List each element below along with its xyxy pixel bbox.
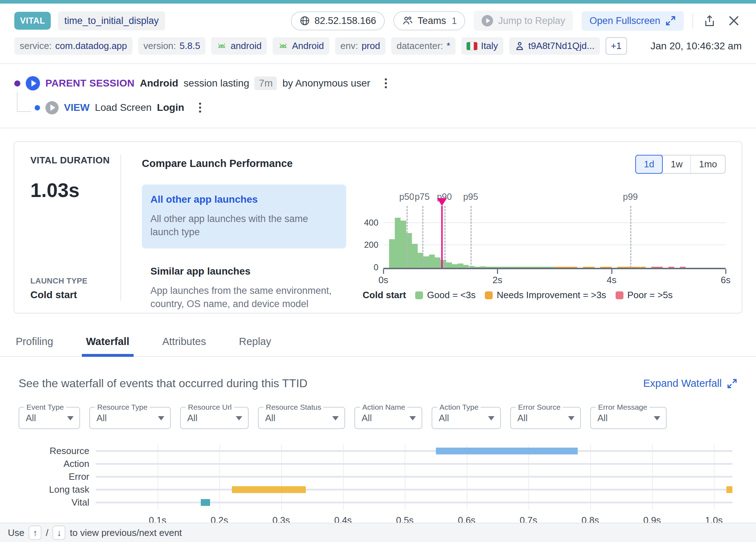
filter-resource-url[interactable]: Resource UrlAll <box>180 403 249 429</box>
tag-pill-android[interactable]: android <box>211 37 267 55</box>
waterfall-bar-vital[interactable] <box>201 499 210 506</box>
waterfall-row-label-long-task: Long task <box>19 484 89 495</box>
histogram-bar <box>423 256 429 268</box>
filter-resource-type[interactable]: Resource TypeAll <box>89 403 171 429</box>
histogram-bar <box>623 267 629 268</box>
event-timestamp: Jan 20, 10:46:32 am <box>651 40 742 52</box>
histogram-bar <box>486 267 492 268</box>
view-kebab-menu[interactable] <box>196 100 204 115</box>
range-button-1d[interactable]: 1d <box>635 155 663 174</box>
waterfall-bar-resource[interactable] <box>436 448 578 454</box>
waterfall-heading: See the waterfall of events that occurre… <box>19 377 308 390</box>
tag-pill-com-datadog-app[interactable]: service:com.datadog.app <box>14 37 133 55</box>
histogram-bar <box>452 264 458 268</box>
tag-pill-italy[interactable]: Italy <box>461 37 503 55</box>
filter-label: Resource Status <box>264 403 323 412</box>
histogram-bar <box>549 267 554 268</box>
tag-pill-prod[interactable]: env:prod <box>335 37 386 55</box>
parent-session-badge[interactable]: PARENT SESSION <box>45 78 135 89</box>
tag-key: service: <box>20 40 52 51</box>
globe-icon <box>299 15 310 26</box>
filter-resource-status[interactable]: Resource StatusAll <box>258 403 345 429</box>
waterfall-row-track <box>96 476 732 478</box>
histogram-bar <box>606 267 612 268</box>
tab-replay[interactable]: Replay <box>238 330 273 356</box>
option-all-other-app-launches[interactable]: All other app launches All other app lau… <box>142 184 346 248</box>
keyboard-hint-footer: Use ↑ / ↓ to view previous/next event <box>0 523 756 542</box>
legend-swatch <box>485 291 493 299</box>
tab-attributes[interactable]: Attributes <box>161 330 208 356</box>
waterfall-bar-long-task[interactable] <box>726 486 732 493</box>
histogram-bar <box>617 267 623 268</box>
more-tags-button[interactable]: +1 <box>606 37 627 55</box>
session-play-icon[interactable] <box>26 76 40 90</box>
histogram-bar <box>389 239 395 268</box>
tag-pill-[interactable]: datacenter:* <box>391 37 456 55</box>
legend-label: Good = <3s <box>427 290 476 301</box>
session-os: Android <box>140 78 178 89</box>
filter-event-type[interactable]: Event TypeAll <box>19 403 80 429</box>
range-button-1mo[interactable]: 1mo <box>690 156 725 173</box>
legend-item-good: Good = <3s <box>415 290 476 301</box>
filter-error-source[interactable]: Error SourceAll <box>510 403 581 429</box>
tag-value: Android <box>292 40 324 51</box>
tab-profiling[interactable]: Profiling <box>14 330 55 356</box>
expand-waterfall-button[interactable]: Expand Waterfall <box>643 378 737 389</box>
chevron-down-icon <box>67 416 74 420</box>
waterfall-row-label-resource: Resource <box>19 445 89 457</box>
parent-session-row[interactable]: PARENT SESSION Android session lasting 7… <box>14 75 742 91</box>
launch-type-label: LAUNCH TYPE <box>30 276 120 286</box>
chevron-down-icon <box>654 416 660 420</box>
tags-list: service:com.datadog.appversion:5.8.5andr… <box>14 37 600 55</box>
tag-key: env: <box>340 40 358 51</box>
filter-selected-value: All <box>265 413 275 424</box>
jump-to-replay-label: Jump to Replay <box>498 15 565 26</box>
tag-pill-android[interactable]: Android <box>273 37 329 55</box>
filter-label: Event Type <box>24 403 66 412</box>
option-similar-app-launches[interactable]: Similar app launches App launches from t… <box>142 266 346 311</box>
range-button-1w[interactable]: 1w <box>662 156 690 173</box>
tag-key: version: <box>144 40 176 51</box>
teams-button[interactable]: Teams 1 <box>393 11 465 30</box>
session-user-text: by Anonymous user <box>282 78 370 89</box>
percentile-label-p95: p95 <box>462 192 479 202</box>
histogram-bar <box>463 265 469 268</box>
legend-label: Poor = >5s <box>627 290 673 301</box>
close-icon[interactable] <box>726 13 742 29</box>
filter-label: Resource Type <box>95 403 150 412</box>
tag-value: prod <box>362 40 380 51</box>
chevron-down-icon <box>409 416 416 420</box>
view-row[interactable]: VIEW Load Screen Login <box>35 100 742 115</box>
percentile-label-p75: p75 <box>414 192 431 202</box>
filter-error-message[interactable]: Error MessageAll <box>590 403 667 429</box>
session-kebab-menu[interactable] <box>382 75 390 91</box>
histogram-bar <box>629 267 635 268</box>
compare-launch-performance: Compare Launch Performance 1d1w1mo All o… <box>121 155 726 301</box>
vital-type-badge: VITAL <box>14 12 51 30</box>
open-fullscreen-button[interactable]: Open Fullscreen <box>582 11 684 31</box>
hint-separator: / <box>46 527 48 538</box>
waterfall-bar-long-task[interactable] <box>232 486 306 493</box>
android-icon <box>217 41 227 51</box>
ip-address-pill[interactable]: 82.52.158.166 <box>291 11 385 30</box>
share-export-icon[interactable] <box>702 13 717 29</box>
filter-action-name[interactable]: Action NameAll <box>354 403 422 429</box>
legend-swatch <box>616 291 623 299</box>
arrow-down-key[interactable]: ↓ <box>53 526 65 540</box>
histogram-bar <box>657 267 663 268</box>
tab-waterfall[interactable]: Waterfall <box>85 330 131 356</box>
view-play-icon[interactable] <box>45 101 59 114</box>
jump-to-replay-button[interactable]: Jump to Replay <box>474 11 573 31</box>
arrow-up-key[interactable]: ↑ <box>29 526 41 540</box>
view-badge[interactable]: VIEW <box>64 102 90 113</box>
legend-label: Needs Improvement = >3s <box>497 290 606 301</box>
waterfall-row-label-action: Action <box>19 458 89 469</box>
histogram-bar <box>651 267 657 268</box>
tag-pill-5-8-5[interactable]: version:5.8.5 <box>138 37 206 55</box>
header-divider <box>692 13 693 28</box>
histogram-legend: Cold startGood = <3sNeeds Improvement = … <box>363 290 726 301</box>
tag-pill-t9a8t7nd1qjd[interactable]: t9A8t7Nd1Qjd... <box>509 37 600 55</box>
filter-action-type[interactable]: Action TypeAll <box>432 403 501 429</box>
filter-selected-value: All <box>96 413 107 424</box>
histogram-bar <box>537 267 543 268</box>
